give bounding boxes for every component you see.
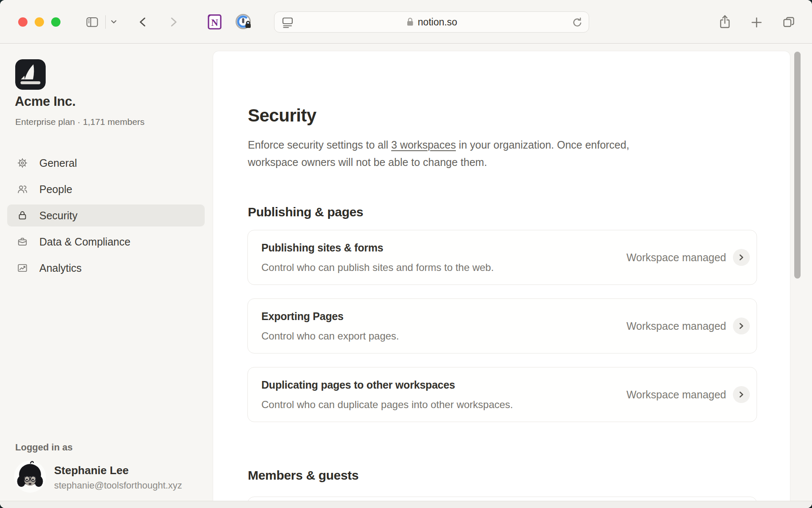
- new-tab-icon: [750, 16, 763, 29]
- open-setting-button[interactable]: [733, 318, 750, 334]
- sidebar-toggle-button[interactable]: [84, 14, 101, 30]
- org-name: Acme Inc.: [15, 94, 76, 109]
- sidebar-item-label: General: [39, 157, 77, 169]
- lock-icon: [17, 210, 28, 221]
- minimize-window-button[interactable]: [35, 17, 44, 27]
- chevron-right-icon: [738, 322, 745, 330]
- avatar-illustration: [14, 461, 46, 493]
- status-badge: Workspace managed: [626, 251, 726, 264]
- card-title: Publishing sites & forms: [261, 242, 494, 254]
- card-text: Duplicating pages to other workspaces Co…: [261, 379, 513, 411]
- onepassword-extension-button[interactable]: [234, 12, 253, 32]
- svg-text:N: N: [211, 17, 218, 28]
- back-button[interactable]: [135, 14, 151, 30]
- new-tab-button[interactable]: [749, 15, 764, 30]
- chart-icon: [17, 262, 28, 273]
- chevron-right-icon: [738, 254, 745, 261]
- card-text: Publishing sites & forms Control who can…: [261, 242, 494, 273]
- card-title: Duplicating pages to other workspaces: [261, 379, 513, 391]
- chevron-down-icon: [109, 19, 118, 25]
- intro-prefix: Enforce security settings to all: [248, 139, 391, 151]
- publishing-cards: Publishing sites & forms Control who can…: [247, 230, 757, 436]
- notion-extension-button[interactable]: N: [205, 12, 224, 32]
- window-bottom-edge: [0, 501, 812, 508]
- sidebar-item-label: Data & Compliance: [39, 236, 130, 248]
- card-description: Control who can export pages.: [261, 330, 399, 342]
- padlock-icon: [406, 17, 414, 27]
- sidebar-item-label: Analytics: [39, 262, 82, 274]
- back-icon: [137, 15, 149, 29]
- zoom-window-button[interactable]: [51, 17, 60, 27]
- card-right: Workspace managed: [626, 249, 750, 266]
- browser-toolbar: N: [0, 0, 812, 44]
- card-text: Exporting Pages Control who can export p…: [261, 310, 399, 342]
- address-bar[interactable]: notion.so: [274, 11, 589, 33]
- briefcase-icon: [17, 236, 28, 247]
- card-description: Control who can duplicate pages into oth…: [261, 399, 513, 411]
- card-right: Workspace managed: [626, 386, 750, 403]
- forward-icon: [167, 15, 180, 29]
- status-badge: Workspace managed: [626, 320, 726, 332]
- tab-overview-button[interactable]: [781, 14, 797, 30]
- onepassword-extension-icon: [234, 12, 253, 32]
- sidebar-item-data-compliance[interactable]: Data & Compliance: [7, 231, 205, 253]
- card-description: Control who can publish sites and forms …: [261, 262, 494, 273]
- setting-card-publishing-sites[interactable]: Publishing sites & forms Control who can…: [247, 230, 757, 285]
- safari-window: N: [0, 0, 812, 508]
- logged-in-as-label: Logged in as: [15, 442, 73, 453]
- security-settings-page: Security Enforce security settings to al…: [213, 51, 790, 508]
- refresh-icon: [571, 16, 584, 29]
- workspaces-link[interactable]: 3 workspaces: [391, 139, 456, 151]
- refresh-button[interactable]: [571, 16, 584, 30]
- status-badge: Workspace managed: [626, 389, 726, 401]
- chevron-right-icon: [738, 391, 745, 398]
- share-icon: [718, 14, 732, 30]
- tab-overview-icon: [782, 15, 796, 30]
- user-email: stephanie@toolsforthought.xyz: [54, 480, 182, 491]
- org-plan-info: Enterprise plan · 1,171 members: [15, 117, 145, 127]
- notion-extension-icon: N: [205, 12, 224, 32]
- settings-sidebar: Acme Inc. Enterprise plan · 1,171 member…: [0, 44, 213, 508]
- settings-nav: General People Security: [0, 152, 213, 283]
- card-right: Workspace managed: [626, 318, 750, 334]
- open-setting-button[interactable]: [733, 386, 750, 403]
- sidebar-menu-chevron-button[interactable]: [108, 18, 119, 26]
- sidebar-item-label: Security: [39, 210, 77, 222]
- section-heading-publishing: Publishing & pages: [248, 205, 363, 219]
- sidebar-item-general[interactable]: General: [7, 152, 205, 174]
- share-button[interactable]: [716, 13, 733, 31]
- setting-card-exporting-pages[interactable]: Exporting Pages Control who can export p…: [247, 298, 757, 353]
- sidebar-item-analytics[interactable]: Analytics: [7, 257, 205, 279]
- traffic-lights: [18, 17, 60, 27]
- toolbar-divider: [105, 15, 106, 29]
- page-intro: Enforce security settings to all 3 works…: [248, 136, 654, 171]
- people-icon: [17, 184, 28, 195]
- gear-icon: [17, 157, 28, 168]
- sidebar-toggle-icon: [85, 14, 100, 30]
- sidebar-item-security[interactable]: Security: [7, 204, 205, 226]
- card-title: Exporting Pages: [261, 310, 399, 323]
- open-setting-button[interactable]: [733, 249, 750, 266]
- sidebar-item-people[interactable]: People: [7, 178, 205, 200]
- close-window-button[interactable]: [18, 17, 27, 27]
- main-content-area: Security Enforce security settings to al…: [213, 44, 812, 508]
- setting-card-duplicating-pages[interactable]: Duplicating pages to other workspaces Co…: [247, 367, 757, 422]
- user-name: Stephanie Lee: [54, 464, 129, 477]
- url-host-text: notion.so: [418, 17, 457, 28]
- page-title: Security: [248, 105, 316, 126]
- section-heading-members: Members & guests: [248, 468, 359, 483]
- url-display: notion.so: [274, 12, 589, 32]
- org-logo: [15, 59, 46, 90]
- sailboat-icon: [15, 59, 46, 90]
- vertical-scrollbar-thumb[interactable]: [794, 52, 801, 279]
- user-avatar: [14, 461, 46, 493]
- forward-button[interactable]: [166, 14, 181, 30]
- sidebar-item-label: People: [39, 183, 72, 196]
